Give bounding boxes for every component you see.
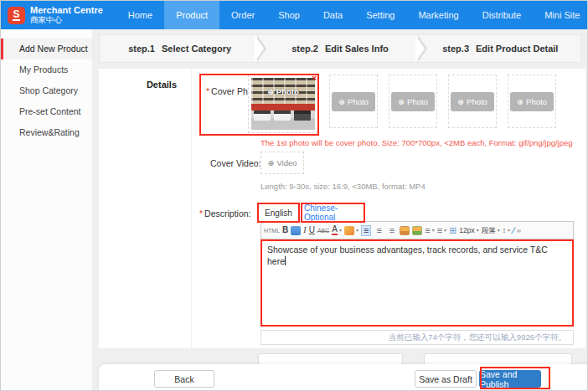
wizard-steps: step.1 Select Category step.2 Edit Sales… bbox=[99, 34, 581, 63]
camera-icon: ⊕ bbox=[338, 97, 345, 106]
description-text: Showcase of your business advantages, tr… bbox=[267, 244, 548, 266]
sidebar-item-review-rating[interactable]: Review&Rating bbox=[1, 122, 92, 143]
align-left-icon[interactable]: ≡ bbox=[361, 225, 371, 236]
insert-album-icon[interactable] bbox=[412, 226, 422, 235]
camera-icon: ⊕ bbox=[457, 97, 464, 106]
uploaded-photo-box[interactable]: × ⊕ Photo bbox=[248, 75, 318, 133]
add-photo-button[interactable]: ⊕Photo bbox=[510, 92, 554, 111]
photo-truck bbox=[294, 111, 311, 121]
sidebar-item-my-products[interactable]: My Products bbox=[1, 59, 92, 80]
next-section-box bbox=[424, 353, 572, 365]
sidebar-item-add-new-product[interactable]: Add New Product bbox=[1, 39, 92, 59]
tab-english[interactable]: English bbox=[259, 203, 298, 222]
top-navbar: S Merchant Centre 商家中心 Home Product Orde… bbox=[1, 1, 588, 29]
step-number: step.3 bbox=[442, 44, 469, 54]
add-photo-button[interactable]: ⊕Photo bbox=[391, 92, 435, 111]
video-camera-icon: ⊕ bbox=[267, 158, 274, 167]
underline-icon[interactable]: U bbox=[309, 226, 315, 234]
html-source-icon[interactable]: HTML bbox=[264, 228, 280, 234]
paragraph-select[interactable]: 段落▾ bbox=[482, 227, 500, 234]
photo-placeholder-4[interactable]: ⊕Photo bbox=[508, 75, 556, 128]
nav-tab-distribute[interactable]: Distribute bbox=[471, 1, 533, 29]
save-and-publish-button[interactable]: Save and Publish bbox=[479, 370, 541, 388]
brand-logo-icon: S bbox=[8, 7, 25, 24]
main-content: step.1 Select Category step.2 Edit Sales… bbox=[93, 29, 587, 390]
remove-photo-icon[interactable]: × bbox=[312, 75, 317, 83]
line-height-icon[interactable]: ↕▾ bbox=[503, 227, 510, 234]
brand-logo-letter: S bbox=[13, 9, 19, 22]
step-number: step.2 bbox=[291, 44, 318, 54]
bold-icon[interactable]: B bbox=[282, 226, 288, 234]
nav-tab-data[interactable]: Data bbox=[312, 1, 354, 29]
save-as-draft-button[interactable]: Save as Draft bbox=[415, 370, 477, 388]
add-video-button[interactable]: ⊕ Video bbox=[260, 152, 304, 174]
step-2-edit-sales-info[interactable]: step.2 Edit Sales Info bbox=[260, 35, 420, 62]
strikethrough-icon[interactable]: ABC bbox=[317, 228, 329, 234]
add-photo-button[interactable]: ⊕Photo bbox=[332, 92, 375, 111]
sidebar-item-shop-category[interactable]: Shop Category bbox=[1, 80, 92, 101]
section-label-column: Details bbox=[99, 69, 192, 348]
description-editor: HTMLBIUABCA▾▾≡≡≡≡▾≡▾⊞12px▾段落▾↕▾∕∞ Showca… bbox=[260, 221, 574, 345]
add-photo-button[interactable]: ⊕Photo bbox=[451, 92, 494, 111]
photo-placeholder-1[interactable]: ⊕Photo bbox=[329, 75, 378, 128]
nav-tab-setting[interactable]: Setting bbox=[354, 1, 406, 29]
cover-photo-hint: The 1st photo will be cover photo. Size:… bbox=[260, 138, 573, 147]
nav-tabs: Home Product Order Shop Data Setting Mar… bbox=[116, 1, 588, 29]
description-textarea[interactable]: Showcase of your business advantages, tr… bbox=[260, 239, 574, 327]
required-asterisk: * bbox=[199, 208, 203, 219]
brand-text: Merchant Centre 商家中心 bbox=[30, 5, 103, 25]
next-section-box bbox=[258, 353, 403, 365]
remove-format-icon[interactable]: ∕ bbox=[513, 226, 514, 235]
chevron-down-icon: ▾ bbox=[356, 228, 358, 233]
camera-icon: ⊕ bbox=[398, 97, 405, 106]
font-size-select[interactable]: 12px▾ bbox=[459, 227, 478, 234]
nav-tab-marketing[interactable]: Marketing bbox=[406, 1, 470, 29]
italic-icon[interactable]: I bbox=[303, 226, 306, 234]
character-counter: 当前已输入74个字符，您还可以输入9926个字符。 bbox=[260, 330, 574, 345]
photo-placeholder-3[interactable]: ⊕Photo bbox=[448, 75, 497, 128]
align-center-icon[interactable]: ≡ bbox=[374, 225, 384, 236]
nav-tab-shop[interactable]: Shop bbox=[266, 1, 312, 29]
step-label: Select Category bbox=[162, 44, 231, 54]
align-right-icon[interactable]: ≡ bbox=[387, 225, 397, 236]
photo-overlay-label: ⊕ Photo bbox=[251, 87, 315, 96]
nav-tab-product[interactable]: Product bbox=[164, 1, 219, 29]
back-button[interactable]: Back bbox=[154, 370, 214, 388]
insert-table-icon[interactable]: ⊞ bbox=[449, 226, 456, 235]
chevron-down-icon: ▾ bbox=[498, 228, 500, 233]
insert-image-icon[interactable] bbox=[400, 226, 410, 235]
nav-tab-order[interactable]: Order bbox=[219, 1, 266, 29]
photo-placeholder-2[interactable]: ⊕Photo bbox=[389, 75, 437, 128]
text-cursor bbox=[285, 256, 286, 265]
step-number: step.1 bbox=[128, 44, 155, 54]
camera-icon: ⊕ bbox=[267, 87, 274, 96]
sidebar-item-pre-set-content[interactable]: Pre-set Content bbox=[1, 101, 92, 122]
brand-title: Merchant Centre bbox=[30, 5, 103, 16]
description-language-tabs: English Chinese-Optional bbox=[259, 203, 365, 222]
nav-tab-mini-site[interactable]: Mini Site bbox=[533, 1, 588, 29]
chevron-down-icon: ▾ bbox=[477, 228, 479, 233]
nav-tab-home[interactable]: Home bbox=[116, 1, 164, 29]
product-detail-form: Details *Cover Photo: × bbox=[99, 69, 585, 348]
photo-vehicles bbox=[251, 110, 315, 121]
sidebar: Add New Product My Products Shop Categor… bbox=[1, 29, 93, 390]
cover-video-hint: Length: 9-30s, size: 16:9, <30MB, format… bbox=[260, 182, 426, 191]
description-label: *Description: bbox=[199, 208, 251, 219]
bullet-list-icon[interactable]: ≡▾ bbox=[425, 226, 434, 235]
camera-icon: ⊕ bbox=[517, 97, 524, 106]
step-1-select-category[interactable]: step.1 Select Category bbox=[100, 35, 260, 62]
step-label: Edit Product Detail bbox=[476, 44, 558, 54]
highlight-color-icon[interactable]: ▾ bbox=[344, 226, 358, 235]
anchor-icon[interactable]: ∞ bbox=[517, 228, 521, 234]
photo-truck bbox=[254, 111, 271, 121]
editor-toolbar: HTMLBIUABCA▾▾≡≡≡≡▾≡▾⊞12px▾段落▾↕▾∕∞ bbox=[260, 221, 574, 239]
format-block-icon[interactable] bbox=[291, 226, 301, 235]
uploaded-photo-thumbnail: ⊕ Photo bbox=[251, 78, 315, 130]
step-3-edit-product-detail[interactable]: step.3 Edit Product Detail bbox=[420, 35, 580, 62]
chevron-down-icon: ▾ bbox=[444, 228, 446, 233]
chevron-down-icon: ▾ bbox=[339, 228, 342, 233]
tab-chinese-optional[interactable]: Chinese-Optional bbox=[304, 203, 365, 222]
merchant-centre-page: S Merchant Centre 商家中心 Home Product Orde… bbox=[0, 0, 588, 391]
numbered-list-icon[interactable]: ≡▾ bbox=[437, 226, 446, 235]
font-color-icon[interactable]: A▾ bbox=[332, 225, 342, 235]
